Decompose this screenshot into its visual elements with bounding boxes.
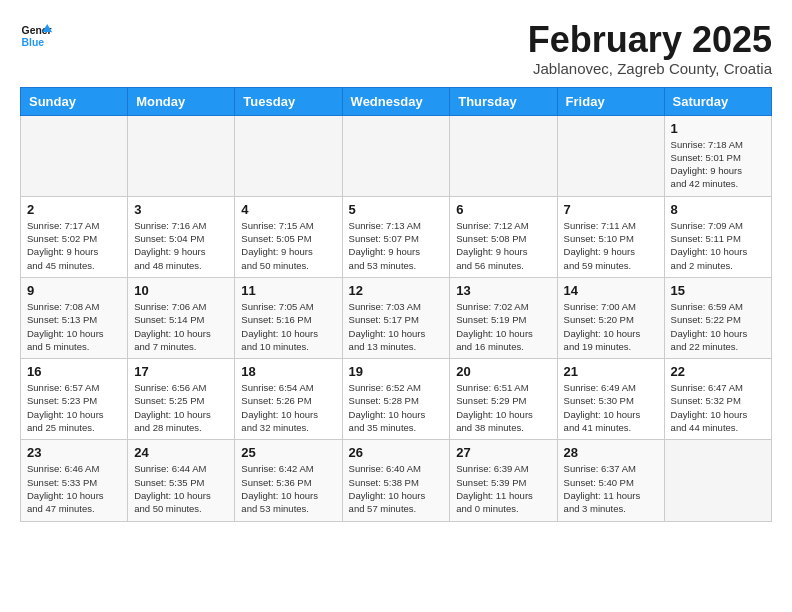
day-info: Sunrise: 7:13 AM Sunset: 5:07 PM Dayligh… — [349, 219, 444, 272]
day-number: 6 — [456, 202, 550, 217]
day-number: 14 — [564, 283, 658, 298]
day-info: Sunrise: 7:17 AM Sunset: 5:02 PM Dayligh… — [27, 219, 121, 272]
logo: General Blue General Blue — [20, 20, 52, 52]
header-saturday: Saturday — [664, 87, 771, 115]
day-info: Sunrise: 6:56 AM Sunset: 5:25 PM Dayligh… — [134, 381, 228, 434]
day-info: Sunrise: 7:15 AM Sunset: 5:05 PM Dayligh… — [241, 219, 335, 272]
week-row-3: 9Sunrise: 7:08 AM Sunset: 5:13 PM Daylig… — [21, 277, 772, 358]
day-cell — [342, 115, 450, 196]
header-friday: Friday — [557, 87, 664, 115]
day-info: Sunrise: 7:00 AM Sunset: 5:20 PM Dayligh… — [564, 300, 658, 353]
day-number: 11 — [241, 283, 335, 298]
day-cell: 25Sunrise: 6:42 AM Sunset: 5:36 PM Dayli… — [235, 440, 342, 521]
day-info: Sunrise: 6:54 AM Sunset: 5:26 PM Dayligh… — [241, 381, 335, 434]
day-number: 18 — [241, 364, 335, 379]
calendar-table: SundayMondayTuesdayWednesdayThursdayFrid… — [20, 87, 772, 522]
day-cell: 18Sunrise: 6:54 AM Sunset: 5:26 PM Dayli… — [235, 359, 342, 440]
day-cell: 10Sunrise: 7:06 AM Sunset: 5:14 PM Dayli… — [128, 277, 235, 358]
day-cell: 12Sunrise: 7:03 AM Sunset: 5:17 PM Dayli… — [342, 277, 450, 358]
day-cell: 27Sunrise: 6:39 AM Sunset: 5:39 PM Dayli… — [450, 440, 557, 521]
day-info: Sunrise: 7:09 AM Sunset: 5:11 PM Dayligh… — [671, 219, 765, 272]
day-cell: 15Sunrise: 6:59 AM Sunset: 5:22 PM Dayli… — [664, 277, 771, 358]
day-info: Sunrise: 6:52 AM Sunset: 5:28 PM Dayligh… — [349, 381, 444, 434]
day-info: Sunrise: 6:57 AM Sunset: 5:23 PM Dayligh… — [27, 381, 121, 434]
day-info: Sunrise: 6:47 AM Sunset: 5:32 PM Dayligh… — [671, 381, 765, 434]
day-cell: 1Sunrise: 7:18 AM Sunset: 5:01 PM Daylig… — [664, 115, 771, 196]
day-cell: 8Sunrise: 7:09 AM Sunset: 5:11 PM Daylig… — [664, 196, 771, 277]
day-info: Sunrise: 6:49 AM Sunset: 5:30 PM Dayligh… — [564, 381, 658, 434]
day-cell: 23Sunrise: 6:46 AM Sunset: 5:33 PM Dayli… — [21, 440, 128, 521]
day-number: 4 — [241, 202, 335, 217]
day-number: 15 — [671, 283, 765, 298]
day-number: 28 — [564, 445, 658, 460]
day-number: 19 — [349, 364, 444, 379]
day-cell: 4Sunrise: 7:15 AM Sunset: 5:05 PM Daylig… — [235, 196, 342, 277]
day-cell: 13Sunrise: 7:02 AM Sunset: 5:19 PM Dayli… — [450, 277, 557, 358]
day-number: 25 — [241, 445, 335, 460]
day-info: Sunrise: 7:05 AM Sunset: 5:16 PM Dayligh… — [241, 300, 335, 353]
day-number: 7 — [564, 202, 658, 217]
calendar-subtitle: Jablanovec, Zagreb County, Croatia — [528, 60, 772, 77]
day-cell: 28Sunrise: 6:37 AM Sunset: 5:40 PM Dayli… — [557, 440, 664, 521]
header-monday: Monday — [128, 87, 235, 115]
day-number: 13 — [456, 283, 550, 298]
day-info: Sunrise: 7:11 AM Sunset: 5:10 PM Dayligh… — [564, 219, 658, 272]
day-info: Sunrise: 6:59 AM Sunset: 5:22 PM Dayligh… — [671, 300, 765, 353]
day-number: 2 — [27, 202, 121, 217]
day-cell: 24Sunrise: 6:44 AM Sunset: 5:35 PM Dayli… — [128, 440, 235, 521]
day-info: Sunrise: 7:06 AM Sunset: 5:14 PM Dayligh… — [134, 300, 228, 353]
day-number: 10 — [134, 283, 228, 298]
day-number: 17 — [134, 364, 228, 379]
logo-icon: General Blue — [20, 20, 52, 52]
day-info: Sunrise: 7:12 AM Sunset: 5:08 PM Dayligh… — [456, 219, 550, 272]
day-cell: 3Sunrise: 7:16 AM Sunset: 5:04 PM Daylig… — [128, 196, 235, 277]
week-row-1: 1Sunrise: 7:18 AM Sunset: 5:01 PM Daylig… — [21, 115, 772, 196]
day-number: 26 — [349, 445, 444, 460]
header-wednesday: Wednesday — [342, 87, 450, 115]
day-info: Sunrise: 6:40 AM Sunset: 5:38 PM Dayligh… — [349, 462, 444, 515]
day-info: Sunrise: 6:44 AM Sunset: 5:35 PM Dayligh… — [134, 462, 228, 515]
day-info: Sunrise: 6:46 AM Sunset: 5:33 PM Dayligh… — [27, 462, 121, 515]
day-cell: 22Sunrise: 6:47 AM Sunset: 5:32 PM Dayli… — [664, 359, 771, 440]
day-cell: 26Sunrise: 6:40 AM Sunset: 5:38 PM Dayli… — [342, 440, 450, 521]
svg-text:Blue: Blue — [22, 37, 45, 48]
day-info: Sunrise: 7:18 AM Sunset: 5:01 PM Dayligh… — [671, 138, 765, 191]
day-cell: 17Sunrise: 6:56 AM Sunset: 5:25 PM Dayli… — [128, 359, 235, 440]
day-cell — [235, 115, 342, 196]
day-cell — [128, 115, 235, 196]
day-cell: 5Sunrise: 7:13 AM Sunset: 5:07 PM Daylig… — [342, 196, 450, 277]
day-cell: 2Sunrise: 7:17 AM Sunset: 5:02 PM Daylig… — [21, 196, 128, 277]
day-cell: 19Sunrise: 6:52 AM Sunset: 5:28 PM Dayli… — [342, 359, 450, 440]
day-cell: 6Sunrise: 7:12 AM Sunset: 5:08 PM Daylig… — [450, 196, 557, 277]
day-number: 16 — [27, 364, 121, 379]
day-info: Sunrise: 7:08 AM Sunset: 5:13 PM Dayligh… — [27, 300, 121, 353]
day-cell — [557, 115, 664, 196]
day-cell: 11Sunrise: 7:05 AM Sunset: 5:16 PM Dayli… — [235, 277, 342, 358]
day-cell: 9Sunrise: 7:08 AM Sunset: 5:13 PM Daylig… — [21, 277, 128, 358]
day-cell — [21, 115, 128, 196]
day-number: 1 — [671, 121, 765, 136]
day-info: Sunrise: 6:39 AM Sunset: 5:39 PM Dayligh… — [456, 462, 550, 515]
header: General Blue General Blue February 2025 … — [20, 20, 772, 77]
day-number: 23 — [27, 445, 121, 460]
calendar-title: February 2025 — [528, 20, 772, 60]
day-number: 21 — [564, 364, 658, 379]
day-number: 20 — [456, 364, 550, 379]
header-tuesday: Tuesday — [235, 87, 342, 115]
calendar-header-row: SundayMondayTuesdayWednesdayThursdayFrid… — [21, 87, 772, 115]
day-number: 3 — [134, 202, 228, 217]
header-thursday: Thursday — [450, 87, 557, 115]
day-number: 27 — [456, 445, 550, 460]
day-number: 24 — [134, 445, 228, 460]
day-number: 8 — [671, 202, 765, 217]
day-info: Sunrise: 6:51 AM Sunset: 5:29 PM Dayligh… — [456, 381, 550, 434]
day-cell: 7Sunrise: 7:11 AM Sunset: 5:10 PM Daylig… — [557, 196, 664, 277]
day-cell: 14Sunrise: 7:00 AM Sunset: 5:20 PM Dayli… — [557, 277, 664, 358]
day-number: 5 — [349, 202, 444, 217]
day-info: Sunrise: 7:02 AM Sunset: 5:19 PM Dayligh… — [456, 300, 550, 353]
header-sunday: Sunday — [21, 87, 128, 115]
day-cell — [450, 115, 557, 196]
day-info: Sunrise: 7:16 AM Sunset: 5:04 PM Dayligh… — [134, 219, 228, 272]
day-info: Sunrise: 7:03 AM Sunset: 5:17 PM Dayligh… — [349, 300, 444, 353]
day-number: 9 — [27, 283, 121, 298]
